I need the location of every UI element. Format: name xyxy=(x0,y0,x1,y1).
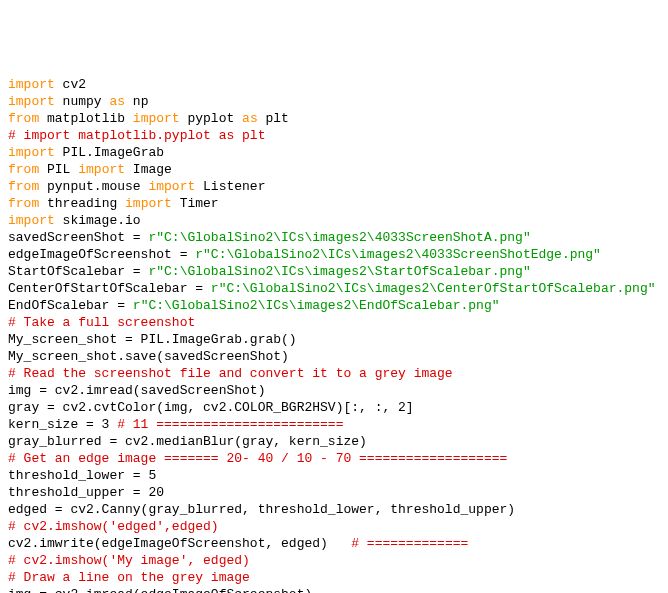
code-token: # import matplotlib.pyplot as plt xyxy=(8,128,265,143)
code-token: StartOfScalebar = xyxy=(8,264,148,279)
code-token: My_screen_shot = PIL.ImageGrab.grab() xyxy=(8,332,297,347)
code-token: skimage.io xyxy=(55,213,141,228)
code-token: r"C:\GlobalSino2\ICs\images2\StartOfScal… xyxy=(148,264,530,279)
code-line: threshold_lower = 5 xyxy=(8,467,660,484)
code-token: as xyxy=(109,94,125,109)
code-line: gray = cv2.cvtColor(img, cv2.COLOR_BGR2H… xyxy=(8,399,660,416)
code-token: edged = cv2.Canny(gray_blurred, threshol… xyxy=(8,502,515,517)
code-line: StartOfScalebar = r"C:\GlobalSino2\ICs\i… xyxy=(8,263,660,280)
code-token: matplotlib xyxy=(39,111,133,126)
code-token: import xyxy=(8,77,55,92)
code-token: numpy xyxy=(55,94,110,109)
code-block: import cv2import numpy as npfrom matplot… xyxy=(8,76,660,593)
code-token: # Get an edge image ======= 20- 40 / 10 … xyxy=(8,451,507,466)
code-token: # 11 ======================== xyxy=(117,417,343,432)
code-line: from threading import Timer xyxy=(8,195,660,212)
code-line: import numpy as np xyxy=(8,93,660,110)
code-line: # import matplotlib.pyplot as plt xyxy=(8,127,660,144)
code-token: pyplot xyxy=(180,111,242,126)
code-token: import xyxy=(8,94,55,109)
code-line: # Draw a line on the grey image xyxy=(8,569,660,586)
code-token: # ============= xyxy=(351,536,468,551)
code-line: # cv2.imshow('My image', edged) xyxy=(8,552,660,569)
code-token: import xyxy=(8,145,55,160)
code-line: # Get an edge image ======= 20- 40 / 10 … xyxy=(8,450,660,467)
code-line: CenterOfStartOfScalebar = r"C:\GlobalSin… xyxy=(8,280,660,297)
code-line: import cv2 xyxy=(8,76,660,93)
code-line: from PIL import Image xyxy=(8,161,660,178)
code-token: # Take a full screenshot xyxy=(8,315,195,330)
code-line: kern_size = 3 # 11 =====================… xyxy=(8,416,660,433)
code-token: # cv2.imshow('edged',edged) xyxy=(8,519,219,534)
code-token: threading xyxy=(39,196,125,211)
code-token: My_screen_shot.save(savedScreenShot) xyxy=(8,349,289,364)
code-token: # cv2.imshow('My image', edged) xyxy=(8,553,250,568)
code-token: r"C:\GlobalSino2\ICs\images2\EndOfScaleb… xyxy=(133,298,500,313)
code-token: r"C:\GlobalSino2\ICs\images2\4033ScreenS… xyxy=(148,230,530,245)
code-token: edgeImageOfScreenshot = xyxy=(8,247,195,262)
code-line: # Read the screenshot file and convert i… xyxy=(8,365,660,382)
code-token: img = cv2.imread(savedScreenShot) xyxy=(8,383,265,398)
code-token: # Draw a line on the grey image xyxy=(8,570,250,585)
code-line: img = cv2.imread(savedScreenShot) xyxy=(8,382,660,399)
code-token: cv2 xyxy=(55,77,86,92)
code-line: cv2.imwrite(edgeImageOfScreenshot, edged… xyxy=(8,535,660,552)
code-token: from xyxy=(8,179,39,194)
code-token: threshold_upper = 20 xyxy=(8,485,164,500)
code-token: PIL.ImageGrab xyxy=(55,145,164,160)
code-token: gray_blurred = cv2.medianBlur(gray, kern… xyxy=(8,434,367,449)
code-line: import PIL.ImageGrab xyxy=(8,144,660,161)
code-token: Timer xyxy=(172,196,219,211)
code-line: import skimage.io xyxy=(8,212,660,229)
code-token: cv2.imwrite(edgeImageOfScreenshot, edged… xyxy=(8,536,351,551)
code-token: threshold_lower = 5 xyxy=(8,468,156,483)
code-line: EndOfScalebar = r"C:\GlobalSino2\ICs\ima… xyxy=(8,297,660,314)
code-line: threshold_upper = 20 xyxy=(8,484,660,501)
code-token: import xyxy=(8,213,55,228)
code-token: EndOfScalebar = xyxy=(8,298,133,313)
code-line: gray_blurred = cv2.medianBlur(gray, kern… xyxy=(8,433,660,450)
code-token: kern_size = 3 xyxy=(8,417,117,432)
code-token: Image xyxy=(125,162,172,177)
code-line: savedScreenShot = r"C:\GlobalSino2\ICs\i… xyxy=(8,229,660,246)
code-token: r"C:\GlobalSino2\ICs\images2\CenterOfSta… xyxy=(211,281,656,296)
code-token: # Read the screenshot file and convert i… xyxy=(8,366,453,381)
code-token: from xyxy=(8,196,39,211)
code-token: Listener xyxy=(195,179,265,194)
code-token: img = cv2.imread(edgeImageOfScreenshot) xyxy=(8,587,312,593)
code-token: from xyxy=(8,111,39,126)
code-line: edgeImageOfScreenshot = r"C:\GlobalSino2… xyxy=(8,246,660,263)
code-line: # Take a full screenshot xyxy=(8,314,660,331)
code-token: CenterOfStartOfScalebar = xyxy=(8,281,211,296)
code-line: # cv2.imshow('edged',edged) xyxy=(8,518,660,535)
code-token: np xyxy=(125,94,148,109)
code-line: from pynput.mouse import Listener xyxy=(8,178,660,195)
code-token: import xyxy=(78,162,125,177)
code-token: plt xyxy=(258,111,289,126)
code-token: import xyxy=(148,179,195,194)
code-token: gray = cv2.cvtColor(img, cv2.COLOR_BGR2H… xyxy=(8,400,414,415)
code-token: from xyxy=(8,162,39,177)
code-token: as xyxy=(242,111,258,126)
code-token: savedScreenShot = xyxy=(8,230,148,245)
code-line: img = cv2.imread(edgeImageOfScreenshot) xyxy=(8,586,660,593)
code-token: pynput.mouse xyxy=(39,179,148,194)
code-line: from matplotlib import pyplot as plt xyxy=(8,110,660,127)
code-token: r"C:\GlobalSino2\ICs\images2\4033ScreenS… xyxy=(195,247,601,262)
code-token: import xyxy=(125,196,172,211)
code-line: My_screen_shot = PIL.ImageGrab.grab() xyxy=(8,331,660,348)
code-line: edged = cv2.Canny(gray_blurred, threshol… xyxy=(8,501,660,518)
code-token: PIL xyxy=(39,162,78,177)
code-line: My_screen_shot.save(savedScreenShot) xyxy=(8,348,660,365)
code-token: import xyxy=(133,111,180,126)
